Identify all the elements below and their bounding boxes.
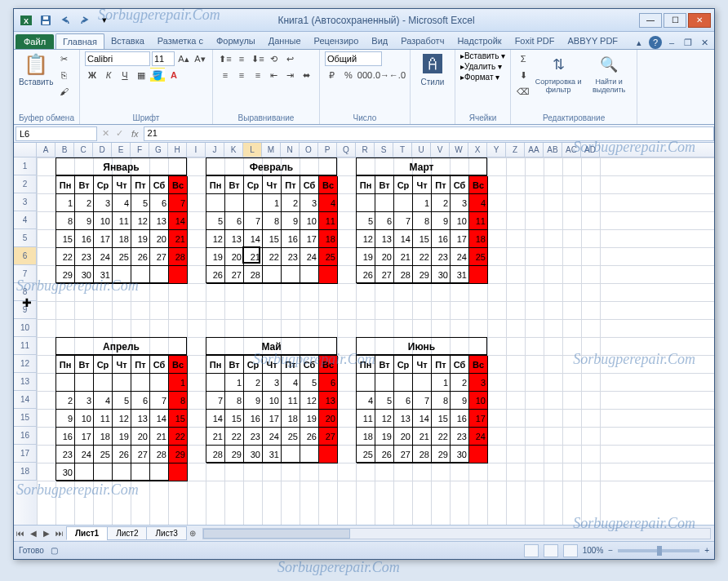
day-cell[interactable]: 18 — [113, 230, 131, 248]
day-cell[interactable]: 3 — [75, 392, 94, 410]
day-cell[interactable]: 27 — [150, 248, 169, 266]
day-cell[interactable]: 6 — [319, 374, 338, 392]
select-all-corner[interactable] — [14, 143, 37, 157]
day-cell[interactable]: 10 — [451, 212, 469, 230]
day-cell[interactable]: 10 — [300, 212, 319, 230]
day-cell[interactable]: 14 — [206, 410, 225, 428]
day-cell[interactable]: 30 — [56, 463, 75, 481]
day-cell[interactable]: 14 — [150, 410, 169, 428]
ribbon-tab-8[interactable]: Надстройк — [451, 33, 508, 49]
day-cell[interactable]: 10 — [263, 392, 282, 410]
ribbon-tab-3[interactable]: Формулы — [210, 33, 262, 49]
day-cell[interactable]: 21 — [169, 230, 188, 248]
number-format-combo[interactable] — [325, 51, 382, 66]
day-cell[interactable]: 6 — [394, 392, 413, 410]
maximize-button[interactable]: ☐ — [664, 13, 686, 28]
day-cell[interactable]: 16 — [282, 230, 300, 248]
formula-input[interactable]: 21 — [144, 126, 714, 141]
day-cell[interactable]: 5 — [206, 212, 225, 230]
day-cell[interactable] — [169, 266, 188, 284]
day-cell[interactable]: 26 — [300, 428, 319, 446]
day-cell[interactable]: 7 — [206, 392, 225, 410]
orientation-icon[interactable]: ⟲ — [267, 51, 282, 66]
day-cell[interactable]: 31 — [263, 446, 282, 463]
zoom-slider[interactable] — [618, 549, 699, 552]
day-cell[interactable]: 8 — [263, 212, 282, 230]
ribbon-tab-4[interactable]: Данные — [262, 33, 308, 49]
new-sheet-icon[interactable]: ⊕ — [186, 529, 199, 538]
day-cell[interactable]: 10 — [469, 392, 488, 410]
day-cell[interactable]: 21 — [206, 428, 225, 446]
col-header-AA[interactable]: AA — [525, 143, 544, 157]
copy-icon[interactable]: ⎘ — [56, 68, 71, 82]
font-color-button[interactable]: A — [166, 68, 181, 82]
row-header-12[interactable]: 12 — [14, 355, 37, 373]
day-cell[interactable]: 4 — [113, 194, 131, 212]
col-header-F[interactable]: F — [131, 143, 149, 157]
day-cell[interactable]: 13 — [394, 410, 413, 428]
day-cell[interactable]: 20 — [225, 248, 244, 266]
day-cell[interactable]: 15 — [169, 410, 188, 428]
day-cell[interactable]: 11 — [357, 410, 375, 428]
day-cell[interactable]: 12 — [131, 212, 150, 230]
day-cell[interactable]: 18 — [357, 428, 375, 446]
day-cell[interactable]: 28 — [169, 248, 188, 266]
day-cell[interactable]: 1 — [225, 374, 244, 392]
day-cell[interactable]: 7 — [169, 194, 188, 212]
day-cell[interactable]: 15 — [263, 230, 282, 248]
horizontal-scrollbar[interactable] — [202, 528, 711, 539]
underline-button[interactable]: Ч — [118, 68, 132, 82]
align-right-icon[interactable]: ≡ — [251, 68, 265, 82]
day-cell[interactable]: 7 — [394, 212, 413, 230]
redo-icon[interactable] — [76, 11, 94, 29]
day-cell[interactable]: 28 — [150, 446, 169, 463]
day-cell[interactable]: 13 — [319, 392, 338, 410]
shrink-font-icon[interactable]: A▾ — [193, 51, 207, 66]
day-cell[interactable]: 23 — [75, 248, 94, 266]
cancel-formula-icon[interactable]: ✕ — [99, 128, 113, 139]
day-cell[interactable]: 23 — [451, 428, 469, 446]
col-header-T[interactable]: T — [393, 143, 412, 157]
zoom-in-icon[interactable]: + — [704, 546, 709, 555]
day-cell[interactable] — [319, 266, 338, 284]
day-cell[interactable]: 15 — [56, 230, 75, 248]
col-header-Y[interactable]: Y — [487, 143, 506, 157]
zoom-out-icon[interactable]: − — [608, 546, 613, 555]
day-cell[interactable] — [150, 374, 169, 392]
day-cell[interactable]: 7 — [244, 212, 263, 230]
day-cell[interactable] — [131, 374, 150, 392]
day-cell[interactable]: 20 — [319, 410, 338, 428]
day-cell[interactable]: 20 — [394, 428, 413, 446]
ribbon-tab-0[interactable]: Главная — [55, 33, 104, 49]
col-header-N[interactable]: N — [281, 143, 300, 157]
day-cell[interactable]: 18 — [469, 230, 488, 248]
align-left-icon[interactable]: ≡ — [218, 68, 233, 82]
day-cell[interactable] — [113, 374, 131, 392]
col-header-E[interactable]: E — [112, 143, 131, 157]
day-cell[interactable]: 11 — [113, 212, 131, 230]
row-header-15[interactable]: 15 — [14, 409, 37, 427]
day-cell[interactable]: 8 — [169, 392, 188, 410]
day-cell[interactable] — [413, 374, 432, 392]
day-cell[interactable] — [131, 266, 150, 284]
next-sheet-icon[interactable]: ▶ — [40, 529, 53, 538]
day-cell[interactable]: 10 — [75, 410, 94, 428]
day-cell[interactable]: 5 — [375, 392, 394, 410]
day-cell[interactable]: 27 — [225, 266, 244, 284]
col-header-R[interactable]: R — [356, 143, 375, 157]
day-cell[interactable]: 9 — [282, 212, 300, 230]
col-header-A[interactable]: A — [37, 143, 55, 157]
day-cell[interactable]: 25 — [469, 248, 488, 266]
day-cell[interactable]: 17 — [75, 428, 94, 446]
day-cell[interactable] — [150, 266, 169, 284]
day-cell[interactable] — [206, 374, 225, 392]
col-header-H[interactable]: H — [168, 143, 187, 157]
day-cell[interactable]: 4 — [282, 374, 300, 392]
format-cells-button[interactable]: ▸Формат ▾ — [460, 73, 505, 82]
day-cell[interactable]: 11 — [282, 392, 300, 410]
col-header-P[interactable]: P — [318, 143, 337, 157]
day-cell[interactable]: 6 — [150, 194, 169, 212]
paste-button[interactable]: 📋 Вставить — [19, 51, 53, 86]
day-cell[interactable]: 16 — [451, 410, 469, 428]
minimize-ribbon-icon[interactable]: ▴ — [633, 36, 646, 49]
